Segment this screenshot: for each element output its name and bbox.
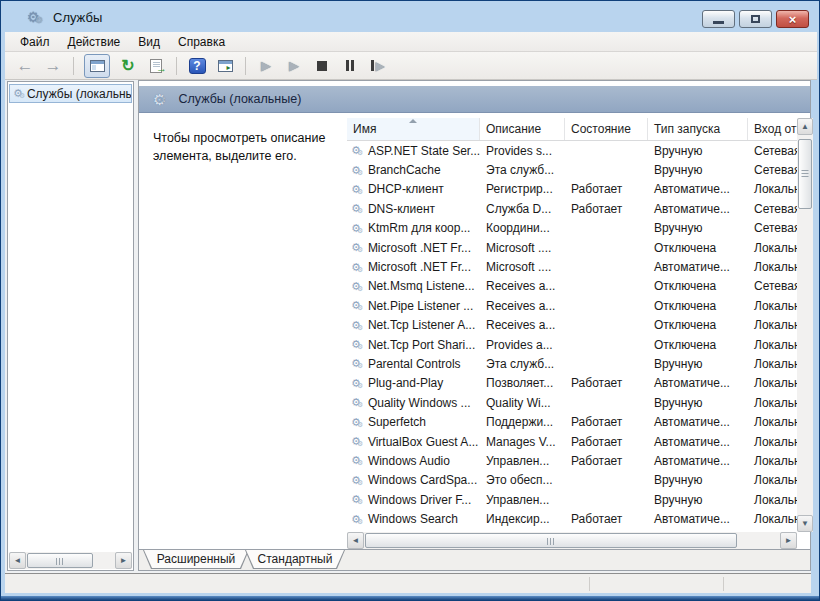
- service-row[interactable]: ⚙Parental Controls Эта служб... Вручную …: [347, 354, 797, 373]
- service-gear-icon: ⚙: [351, 203, 361, 214]
- service-row[interactable]: ⚙Windows Driver F... Управлен... Вручную…: [347, 490, 797, 509]
- help-button[interactable]: ?: [187, 56, 207, 76]
- service-name: Plug-and-Play: [368, 376, 443, 390]
- service-startup-type: Вручную: [648, 163, 748, 177]
- service-row[interactable]: ⚙BranchCache Эта служб... Вручную Сетева…: [347, 160, 797, 179]
- scroll-left-icon[interactable]: ◄: [9, 552, 26, 569]
- service-logon-as: Сетевая с: [748, 144, 797, 158]
- stop-service-button[interactable]: [312, 56, 332, 76]
- service-row[interactable]: ⚙Net.Tcp Port Shari... Provides a... Отк…: [347, 335, 797, 354]
- service-row[interactable]: ⚙Superfetch Поддержи... Работает Автомат…: [347, 412, 797, 431]
- service-row[interactable]: ⚙Net.Msmq Listene... Receives a... Отклю…: [347, 277, 797, 296]
- services-list: Имя Описание Состояние Тип запуска Вход …: [347, 118, 797, 532]
- forward-button[interactable]: →: [43, 56, 63, 76]
- menu-item[interactable]: Файл: [11, 33, 59, 51]
- service-status: Работает: [565, 202, 648, 216]
- service-row[interactable]: ⚙Windows Search Индексир... Работает Авт…: [347, 509, 797, 528]
- service-description: Manages V...: [480, 435, 565, 449]
- scroll-up-icon[interactable]: ▲: [797, 118, 813, 135]
- service-row[interactable]: ⚙Net.Pipe Listener ... Receives a... Отк…: [347, 296, 797, 315]
- service-row[interactable]: ⚙Quality Windows ... Quality Wi... Вручн…: [347, 393, 797, 412]
- column-header-name[interactable]: Имя: [347, 118, 480, 140]
- resume-service-button[interactable]: ▶: [284, 56, 304, 76]
- service-status: Работает: [565, 512, 648, 526]
- title-bar[interactable]: ⚙ Службы ×: [5, 2, 817, 32]
- scroll-right-icon[interactable]: ►: [780, 532, 797, 549]
- minimize-button[interactable]: [702, 10, 735, 28]
- tree-item-services-local[interactable]: ⚙ Службы (локальные): [9, 84, 132, 103]
- window-title: Службы: [53, 10, 102, 25]
- toolbar-separator: [73, 57, 74, 75]
- service-startup-type: Автоматиче...: [648, 415, 748, 429]
- scrollbar-thumb[interactable]: [365, 533, 737, 548]
- restart-service-button[interactable]: ▶: [368, 56, 388, 76]
- service-row[interactable]: ⚙Windows CardSpa... Это обесп... Вручную…: [347, 471, 797, 490]
- column-header-startup-type[interactable]: Тип запуска: [648, 118, 748, 140]
- service-description: Регистрир...: [480, 182, 565, 196]
- service-row[interactable]: ⚙ASP.NET State Ser... Provides s... Вруч…: [347, 141, 797, 160]
- refresh-button[interactable]: ↻: [118, 56, 138, 76]
- scroll-down-icon[interactable]: ▼: [797, 515, 813, 532]
- service-status: Работает: [565, 415, 648, 429]
- service-description: Receives a...: [480, 318, 565, 332]
- tab-extended[interactable]: Расширенный: [143, 550, 249, 569]
- list-horizontal-scrollbar[interactable]: ◄ ►: [347, 532, 797, 549]
- service-row[interactable]: ⚙KtmRm для коор... Координи... Вручную С…: [347, 219, 797, 238]
- restart-icon: ▶: [371, 60, 384, 72]
- service-gear-icon: ⚙: [351, 145, 361, 156]
- start-service-button[interactable]: ▶: [256, 56, 276, 76]
- status-bar: [5, 573, 811, 593]
- column-header-status[interactable]: Состояние: [565, 118, 648, 140]
- close-button[interactable]: ×: [776, 10, 809, 28]
- service-name: Net.Tcp Listener A...: [368, 318, 475, 332]
- service-row[interactable]: ⚙Microsoft .NET Fr... Microsoft .... Авт…: [347, 257, 797, 276]
- service-startup-type: Автоматиче...: [648, 512, 748, 526]
- service-row[interactable]: ⚙DHCP-клиент Регистрир... Работает Автом…: [347, 180, 797, 199]
- menu-item[interactable]: Справка: [169, 33, 234, 51]
- scrollbar-thumb[interactable]: [27, 553, 93, 568]
- service-description: Управлен...: [480, 493, 565, 507]
- column-header-description[interactable]: Описание: [480, 118, 565, 140]
- service-startup-type: Отключена: [648, 241, 748, 255]
- service-gear-icon: ⚙: [351, 494, 361, 505]
- service-name: Parental Controls: [368, 357, 461, 371]
- service-startup-type: Отключена: [648, 279, 748, 293]
- service-row[interactable]: ⚙VirtualBox Guest A... Manages V... Рабо…: [347, 432, 797, 451]
- service-description: Receives a...: [480, 279, 565, 293]
- service-startup-type: Автоматиче...: [648, 435, 748, 449]
- back-button[interactable]: ←: [15, 56, 35, 76]
- export-list-button[interactable]: →: [146, 56, 166, 76]
- scrollbar-thumb[interactable]: [798, 139, 812, 209]
- service-row[interactable]: ⚙DNS-клиент Служба D... Работает Автомат…: [347, 199, 797, 218]
- list-rows: ⚙ASP.NET State Ser... Provides s... Вруч…: [347, 141, 797, 532]
- service-row[interactable]: ⚙Net.Tcp Listener A... Receives a... Отк…: [347, 316, 797, 335]
- tree-horizontal-scrollbar[interactable]: ◄ ►: [9, 552, 132, 569]
- service-logon-as: Локальна: [748, 493, 797, 507]
- service-startup-type: Вручную: [648, 357, 748, 371]
- service-description: Управлен...: [480, 454, 565, 468]
- list-vertical-scrollbar[interactable]: ▲ ▼: [797, 118, 813, 532]
- show-action-pane-button[interactable]: [215, 56, 235, 76]
- scroll-left-icon[interactable]: ◄: [347, 532, 364, 549]
- service-logon-as: Локальна: [748, 299, 797, 313]
- service-startup-type: Отключена: [648, 338, 748, 352]
- show-console-tree-button[interactable]: [84, 54, 110, 78]
- tab-standard[interactable]: Стандартный: [245, 550, 345, 569]
- service-description: Координи...: [480, 221, 565, 235]
- menu-bar: ФайлДействиеВидСправка: [5, 32, 817, 52]
- service-gear-icon: ⚙: [351, 184, 361, 195]
- service-row[interactable]: ⚙Windows Audio Управлен... Работает Авто…: [347, 451, 797, 470]
- service-name: Windows Search: [368, 512, 458, 526]
- menu-item[interactable]: Действие: [59, 33, 130, 51]
- menu-item[interactable]: Вид: [129, 33, 169, 51]
- maximize-button[interactable]: [739, 10, 772, 28]
- service-logon-as: Сетевая с: [748, 202, 797, 216]
- service-gear-icon: ⚙: [351, 358, 361, 369]
- scroll-right-icon[interactable]: ►: [115, 552, 132, 569]
- pause-service-button[interactable]: [340, 56, 360, 76]
- service-row[interactable]: ⚙Microsoft .NET Fr... Microsoft .... Отк…: [347, 238, 797, 257]
- service-gear-icon: ⚙: [351, 455, 361, 466]
- service-row[interactable]: ⚙Plug-and-Play Позволяет... Работает Авт…: [347, 374, 797, 393]
- service-description: Это обесп...: [480, 473, 565, 487]
- column-header-logon-as[interactable]: Вход от и: [748, 118, 797, 140]
